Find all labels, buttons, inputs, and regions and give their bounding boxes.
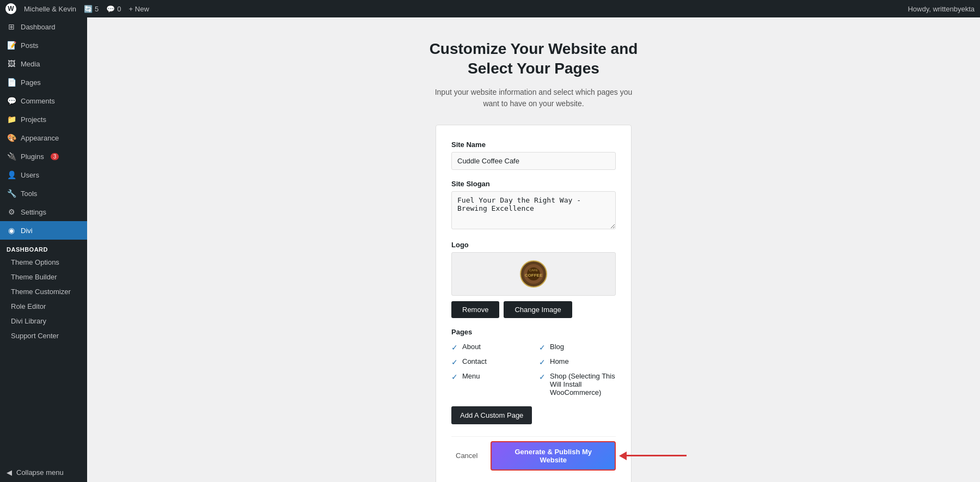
sidebar-item-label: Appearance [21, 134, 59, 142]
sidebar-item-projects[interactable]: 📁 Projects [0, 110, 87, 129]
sidebar-subitem-support-center[interactable]: Support Center [0, 328, 87, 343]
add-custom-page-button[interactable]: Add A Custom Page [451, 406, 532, 424]
publish-container: Generate & Publish My Website [491, 441, 616, 471]
posts-icon: 📝 [7, 40, 16, 50]
sidebar-item-divi[interactable]: ◉ Divi [0, 221, 87, 240]
dashboard-icon: ⊞ [7, 22, 16, 32]
users-icon: 👤 [7, 170, 16, 180]
page-check-contact: ✓ Contact [451, 357, 528, 367]
pages-grid: ✓ About✓ Blog✓ Contact✓ Home✓ Menu✓ Shop… [451, 343, 616, 396]
subitem-label: Role Editor [11, 302, 46, 310]
page-check-about: ✓ About [451, 343, 528, 352]
sidebar-item-settings[interactable]: ⚙ Settings [0, 203, 87, 221]
publish-button[interactable]: Generate & Publish My Website [491, 441, 616, 471]
coffee-logo-icon: COFFEE CAFE [520, 260, 547, 288]
page-label-shop: Shop (Selecting This Will Install WooCom… [550, 372, 616, 396]
red-arrow-annotation [619, 452, 687, 460]
page-label-contact: Contact [462, 357, 487, 365]
sidebar-section-header: Dashboard [0, 240, 87, 255]
svg-text:CAFE: CAFE [529, 269, 538, 272]
sidebar-item-comments[interactable]: 💬 Comments [0, 91, 87, 110]
page-label-blog: Blog [550, 343, 564, 351]
adminbar-new[interactable]: + New [129, 5, 149, 13]
page-check-shop: ✓ Shop (Selecting This Will Install WooC… [539, 372, 616, 396]
logo-label: Logo [451, 241, 616, 249]
media-icon: 🖼 [7, 59, 16, 69]
page-title: Customize Your Website and Select Your P… [430, 39, 638, 79]
adminbar-comments[interactable]: 🔄 5 [84, 5, 99, 13]
check-icon-about: ✓ [451, 343, 458, 352]
subitem-label: Theme Builder [11, 273, 57, 281]
logo-buttons: Remove Change Image [451, 301, 616, 318]
page-check-home: ✓ Home [539, 357, 616, 367]
projects-icon: 📁 [7, 114, 16, 124]
sidebar-subitem-theme-options[interactable]: Theme Options [0, 255, 87, 270]
subitem-label: Divi Library [11, 317, 46, 325]
appearance-icon: 🎨 [7, 133, 16, 143]
check-icon-shop: ✓ [539, 373, 546, 381]
sidebar-item-label: Tools [21, 190, 37, 198]
adminbar-user[interactable]: Howdy, writtenbyekta [908, 5, 975, 13]
sidebar-item-plugins[interactable]: 🔌 Plugins 3 [0, 147, 87, 166]
sidebar-item-dashboard[interactable]: ⊞ Dashboard [0, 17, 87, 36]
site-name-input[interactable] [451, 152, 616, 170]
remove-button[interactable]: Remove [451, 301, 499, 318]
add-custom-page-container: Add A Custom Page [451, 406, 616, 436]
sidebar-subitem-theme-builder[interactable]: Theme Builder [0, 270, 87, 284]
site-slogan-label: Site Slogan [451, 180, 616, 188]
change-image-button[interactable]: Change Image [504, 301, 572, 318]
wp-logo-icon: W [5, 3, 16, 14]
subitem-label: Theme Customizer [11, 288, 71, 296]
sidebar-item-label: Users [21, 171, 39, 179]
logo-field: Logo COFFEE CAFE Remove Change Image [451, 241, 616, 318]
sidebar-subitem-theme-customizer[interactable]: Theme Customizer [0, 284, 87, 299]
sidebar-item-label: Projects [21, 115, 46, 124]
page-label-about: About [462, 343, 481, 351]
check-icon-blog: ✓ [539, 343, 546, 352]
sidebar-item-appearance[interactable]: 🎨 Appearance [0, 129, 87, 147]
sidebar-item-posts[interactable]: 📝 Posts [0, 36, 87, 54]
sidebar-subitem-divi-library[interactable]: Divi Library [0, 314, 87, 328]
pages-label: Pages [451, 328, 616, 336]
page-label-menu: Menu [462, 372, 480, 380]
main-content: Customize Your Website and Select Your P… [87, 17, 980, 482]
sidebar-item-label: Pages [21, 78, 41, 87]
site-name-field: Site Name [451, 141, 616, 170]
collapse-menu-button[interactable]: ◀ Collapse menu [0, 463, 87, 482]
page-check-blog: ✓ Blog [539, 343, 616, 352]
comments-icon: 💬 [7, 96, 16, 106]
sidebar: ⊞ Dashboard 📝 Posts 🖼 Media 📄 Pages 💬 Co… [0, 17, 87, 482]
form-card: Site Name Site Slogan Logo COFFEE CAFE [436, 125, 632, 482]
collapse-icon: ◀ [7, 468, 12, 477]
sidebar-item-pages[interactable]: 📄 Pages [0, 73, 87, 91]
pages-icon: 📄 [7, 77, 16, 87]
sidebar-item-label: Comments [21, 97, 55, 105]
sidebar-item-users[interactable]: 👤 Users [0, 166, 87, 184]
check-icon-contact: ✓ [451, 358, 458, 367]
site-slogan-field: Site Slogan [451, 180, 616, 231]
form-actions: Cancel Generate & Publish My Website [451, 436, 616, 471]
plugins-icon: 🔌 [7, 151, 16, 161]
divi-icon: ◉ [7, 225, 16, 235]
site-slogan-input[interactable] [451, 191, 616, 229]
adminbar-revisions[interactable]: 💬 0 [106, 5, 121, 13]
sidebar-item-label: Plugins [21, 152, 44, 161]
sidebar-item-tools[interactable]: 🔧 Tools [0, 184, 87, 203]
sidebar-item-media[interactable]: 🖼 Media [0, 54, 87, 73]
adminbar-site-name[interactable]: Michelle & Kevin [24, 5, 76, 13]
logo-preview: COFFEE CAFE [451, 252, 616, 296]
sidebar-item-label: Media [21, 60, 40, 68]
subitem-label: Support Center [11, 332, 59, 340]
check-icon-menu: ✓ [451, 373, 458, 381]
cancel-button[interactable]: Cancel [451, 448, 482, 463]
sidebar-subitem-role-editor[interactable]: Role Editor [0, 299, 87, 314]
admin-bar: W Michelle & Kevin 🔄 5 💬 0 + New Howdy, … [0, 0, 980, 17]
subitem-label: Theme Options [11, 258, 59, 266]
sidebar-item-label: Settings [21, 208, 46, 216]
svg-text:COFFEE: COFFEE [525, 273, 543, 278]
pages-section: Pages ✓ About✓ Blog✓ Contact✓ Home✓ Menu… [451, 328, 616, 396]
sidebar-item-label: Dashboard [21, 23, 56, 31]
site-name-label: Site Name [451, 141, 616, 149]
page-label-home: Home [550, 357, 569, 365]
page-subtitle: Input your website information and selec… [430, 87, 637, 109]
